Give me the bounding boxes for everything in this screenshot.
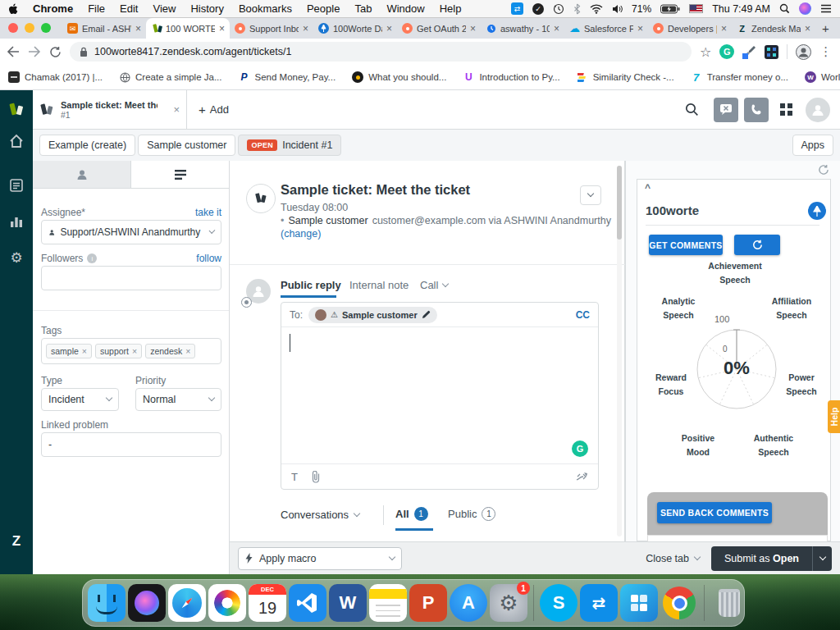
send-back-comments-button[interactable]: SEND BACK COMMENTS <box>657 502 772 523</box>
admin-gear-icon[interactable]: ⚙ <box>8 249 25 266</box>
tags-input[interactable]: sample× support× zendesk× <box>41 338 221 364</box>
ticket-tab-close-icon[interactable]: × <box>173 103 180 116</box>
breadcrumb-current-ticket[interactable]: OPEN Incident #1 <box>238 135 341 156</box>
browser-tab-salesforce[interactable]: ☁ Salesforce Pa × <box>564 18 648 39</box>
tab-call[interactable]: Call <box>420 279 448 291</box>
collapse-app-icon[interactable]: ^ <box>645 182 651 194</box>
tab-close-icon[interactable]: × <box>135 23 141 34</box>
chrome-icon[interactable] <box>660 584 698 622</box>
window-zoom-button[interactable] <box>41 23 51 33</box>
time-machine-icon[interactable] <box>553 3 564 15</box>
skype-icon[interactable]: S <box>540 584 578 622</box>
address-bar[interactable]: 100worte8417.zendesk.com/agent/tickets/1 <box>70 42 692 62</box>
tab-public-reply[interactable]: Public reply <box>281 279 341 291</box>
add-ticket-button[interactable]: +Add <box>199 103 229 116</box>
app-store-icon[interactable]: A <box>450 584 487 622</box>
new-tab-button[interactable]: + <box>822 21 829 35</box>
breadcrumb-sample-customer[interactable]: Sample customer <box>138 135 235 156</box>
tab-close-icon[interactable]: × <box>219 23 225 34</box>
battery-icon[interactable] <box>660 4 680 14</box>
tab-requester[interactable] <box>33 161 131 188</box>
browser-tab-100worte-active[interactable]: 100 WORTE - × <box>146 18 230 39</box>
bluetooth-icon[interactable] <box>573 3 581 15</box>
volume-icon[interactable] <box>612 4 623 14</box>
bookmark-worldremit[interactable]: WWorldRemit Mone... <box>805 71 840 83</box>
bookmark-udemy[interactable]: UIntroduction to Py... <box>463 71 559 83</box>
bookmark-java[interactable]: Create a simple Ja... <box>119 71 221 83</box>
trash-icon[interactable] <box>710 584 748 622</box>
scrollbar-track[interactable] <box>617 166 622 536</box>
tab-ticket-fields[interactable] <box>131 161 229 188</box>
conversations-filter-public[interactable]: Public 1 <box>448 507 495 521</box>
chat-icon[interactable] <box>714 98 738 122</box>
tag-chip[interactable]: sample× <box>46 344 92 358</box>
window-close-button[interactable] <box>8 23 18 33</box>
tag-chip[interactable]: zendesk× <box>145 344 195 358</box>
pixel-extension-icon[interactable] <box>765 45 778 59</box>
bookmark-wise[interactable]: 7Transfer money o... <box>691 71 788 83</box>
profile-avatar-icon[interactable] <box>796 44 811 60</box>
browser-tab-100worte-dash[interactable]: 100Worte Da × <box>313 18 397 39</box>
menu-item-view[interactable]: View <box>153 2 176 15</box>
siri-icon[interactable] <box>128 584 166 622</box>
to-recipient-chip[interactable]: ⚠ Sample customer <box>308 307 437 323</box>
back-button[interactable] <box>7 46 20 57</box>
browser-tab-oauth[interactable]: Get OAuth 2.0 × <box>397 18 481 39</box>
grammarly-icon[interactable]: G <box>572 441 588 457</box>
assignee-select[interactable]: Support/ASHWINI Anandmurthy <box>41 220 221 244</box>
menu-item-tab[interactable]: Tab <box>354 2 372 15</box>
home-icon[interactable] <box>8 133 25 149</box>
menubar-clock[interactable]: Thu 7:49 AM <box>712 3 770 15</box>
tab-close-icon[interactable]: × <box>386 23 392 34</box>
submit-caret-button[interactable] <box>812 546 832 571</box>
text-format-icon[interactable]: T <box>291 471 298 483</box>
tab-close-icon[interactable]: × <box>805 23 810 34</box>
tab-close-icon[interactable]: × <box>554 23 559 34</box>
ticket-options-caret[interactable] <box>580 185 601 205</box>
apps-refresh-icon[interactable] <box>818 164 829 176</box>
chrome-menu-icon[interactable]: ⋮ <box>819 44 832 59</box>
search-icon[interactable] <box>685 103 699 116</box>
cc-link[interactable]: CC <box>576 309 590 321</box>
attachment-icon[interactable] <box>311 471 321 483</box>
apps-button[interactable]: Apps <box>792 135 834 156</box>
close-tab-control[interactable]: Close tab <box>646 553 700 564</box>
linked-problem-input[interactable]: - <box>41 432 221 457</box>
reporting-icon[interactable] <box>8 213 25 230</box>
zendesk-z-logo[interactable]: Z <box>8 533 25 550</box>
comment-input-clipped[interactable] <box>647 535 828 541</box>
tab-close-icon[interactable]: × <box>303 23 308 34</box>
grammarly-extension-icon[interactable]: G <box>719 44 734 59</box>
teamviewer-status-icon[interactable]: ⇄ <box>511 2 523 15</box>
calendar-icon[interactable]: DEC 19 <box>249 584 286 622</box>
browser-tab-aswathy[interactable]: aswathy - 100 × <box>481 18 564 39</box>
priority-select[interactable]: Normal <box>135 388 221 411</box>
talk-phone-icon[interactable] <box>744 98 769 122</box>
bookmark-what-you-should[interactable]: What you should... <box>352 71 446 83</box>
browser-tab-support-inbox[interactable]: Support Inbo × <box>230 18 313 39</box>
type-select[interactable]: Incident <box>41 388 119 411</box>
menu-item-edit[interactable]: Edit <box>120 2 138 15</box>
wifi-icon[interactable] <box>590 4 603 14</box>
bookmark-star-icon[interactable]: ☆ <box>700 44 711 60</box>
reply-textarea[interactable]: G <box>281 327 598 463</box>
bookmark-chamak[interactable]: Chamak (2017) |... <box>8 71 103 83</box>
take-it-link[interactable]: take it <box>195 207 221 218</box>
zendesk-product-logo[interactable] <box>0 90 33 130</box>
menu-item-window[interactable]: Window <box>386 2 424 15</box>
teamviewer-icon[interactable]: ⇄ <box>580 584 618 622</box>
browser-tab-developers[interactable]: Developers | × <box>648 18 732 39</box>
scrollbar-thumb[interactable] <box>617 166 622 240</box>
word-icon[interactable]: W <box>329 584 367 622</box>
menu-item-people[interactable]: People <box>307 2 340 15</box>
vscode-icon[interactable] <box>289 584 326 622</box>
status-check-icon[interactable]: ✓ <box>532 3 544 15</box>
get-comments-button[interactable]: GET COMMENTS <box>649 235 723 255</box>
spotlight-icon[interactable] <box>779 3 790 14</box>
app-refresh-button[interactable] <box>734 235 780 255</box>
bookmark-similarity[interactable]: Similarity Check -... <box>577 71 674 83</box>
safari-icon[interactable] <box>168 584 206 622</box>
finder-icon[interactable] <box>88 584 126 622</box>
menu-app-name[interactable]: Chrome <box>33 2 73 15</box>
breadcrumb-example-create[interactable]: Example (create) <box>39 135 135 156</box>
